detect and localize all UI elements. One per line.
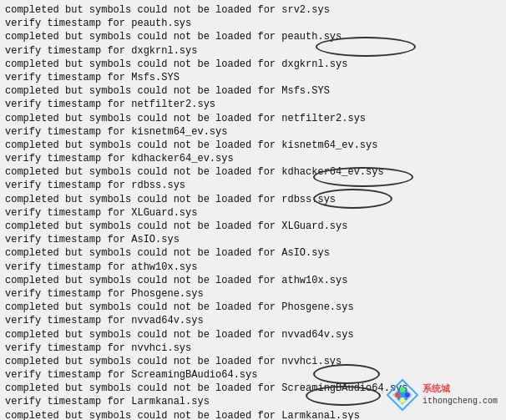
watermark: 系统城 ithongcheng.com (386, 378, 498, 412)
log-line: completed but symbols could not be loade… (5, 30, 501, 43)
log-line: verify timestamp for nvvhci.sys (5, 342, 501, 355)
svg-point-4 (400, 387, 405, 392)
log-line: verify timestamp for Msfs.SYS (5, 71, 501, 84)
log-line: completed but symbols could not be loade… (5, 3, 501, 17)
log-line: completed but symbols could not be loade… (5, 139, 501, 152)
log-line: verify timestamp for dxgkrnl.sys (5, 44, 501, 58)
log-line: verify timestamp for kdhacker64_ev.sys (5, 152, 501, 165)
log-line: completed but symbols could not be loade… (5, 84, 501, 98)
log-line: completed but symbols could not be loade… (5, 58, 501, 71)
log-line: completed but symbols could not be loade… (5, 165, 501, 179)
log-line: verify timestamp for netfilter2.sys (5, 98, 501, 111)
log-line: completed but symbols could not be loade… (5, 301, 501, 314)
log-line: completed but symbols could not be loade… (5, 246, 501, 260)
log-line: verify timestamp for kisnetm64_ev.sys (5, 125, 501, 139)
log-line: verify timestamp for rdbss.sys (5, 179, 501, 192)
log-output: completed but symbols could not be loade… (0, 0, 506, 420)
watermark-text: 系统城 ithongcheng.com (423, 383, 498, 406)
log-line: completed but symbols could not be loade… (5, 274, 501, 287)
log-line: verify timestamp for athw10x.sys (5, 261, 501, 274)
log-line: verify timestamp for nvvad64v.sys (5, 314, 501, 327)
log-line: verify timestamp for peauth.sys (5, 17, 501, 30)
log-line: completed but symbols could not be loade… (5, 328, 501, 342)
log-line: verify timestamp for AsIO.sys (5, 233, 501, 246)
log-line: completed but symbols could not be loade… (5, 220, 501, 233)
svg-point-5 (405, 392, 410, 397)
log-line: verify timestamp for Phosgene.sys (5, 287, 501, 301)
watermark-logo-icon (386, 378, 419, 412)
log-line: completed but symbols could not be loade… (5, 355, 501, 368)
log-line: verify timestamp for XLGuard.sys (5, 206, 501, 220)
log-line: completed but symbols could not be loade… (5, 112, 501, 125)
svg-point-3 (395, 392, 400, 397)
log-line: completed but symbols could not be loade… (5, 193, 501, 206)
svg-point-6 (400, 397, 405, 402)
